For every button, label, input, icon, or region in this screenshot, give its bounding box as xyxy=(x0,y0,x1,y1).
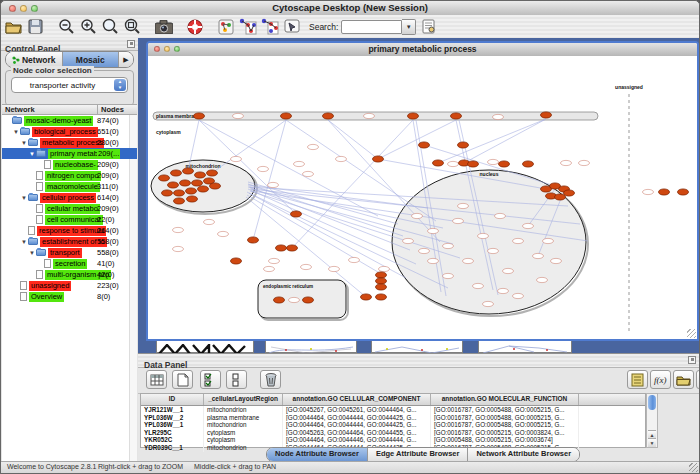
graph-node-label[interactable] xyxy=(173,227,184,232)
graph-node[interactable] xyxy=(210,183,221,189)
graph-node-label[interactable] xyxy=(495,213,506,218)
background-window-fragment[interactable] xyxy=(156,340,254,353)
network-canvas[interactable]: plasma membranecytoplasmmitochondrionnuc… xyxy=(148,56,697,339)
zoom-selected-icon[interactable] xyxy=(101,17,120,36)
tree-row-cellular-metabo[interactable]: cellular metabo209(0) xyxy=(2,203,137,214)
tree-row-nucleobase-[interactable]: nucleobase-209(0) xyxy=(2,159,137,170)
graph-node-label[interactable] xyxy=(473,283,484,288)
graph-node-label[interactable] xyxy=(264,266,275,271)
graph-node[interactable] xyxy=(376,272,387,278)
graph-node[interactable] xyxy=(198,186,209,192)
graph-node[interactable] xyxy=(207,170,218,176)
graph-node-label[interactable] xyxy=(428,258,439,263)
graph-node-label[interactable] xyxy=(561,160,572,165)
graph-node-label[interactable] xyxy=(379,266,390,271)
table-row[interactable]: YJR121W__1mitochondrion[GO:0045267, GO:0… xyxy=(141,406,645,414)
graph-node[interactable] xyxy=(180,180,191,186)
graph-node[interactable] xyxy=(659,189,670,195)
table-row[interactable]: YKR052Ccytoplasm[GO:0044464, GO:0044446,… xyxy=(141,436,645,444)
graph-node[interactable] xyxy=(287,245,298,251)
graph-node-label[interactable] xyxy=(458,203,469,208)
graph-node[interactable] xyxy=(433,160,444,166)
graph-node-label[interactable] xyxy=(349,257,360,262)
graph-node-label[interactable] xyxy=(231,156,242,161)
graph-node[interactable] xyxy=(564,190,575,196)
annotation-icon[interactable] xyxy=(282,17,301,36)
tab-edge-attribute-browser[interactable]: Edge Attribute Browser xyxy=(368,448,468,461)
tree-row-cellular-process[interactable]: ▼cellular process614(0) xyxy=(2,192,137,203)
graph-node[interactable] xyxy=(186,188,197,194)
graph-node-label[interactable] xyxy=(551,258,562,263)
graph-node[interactable] xyxy=(248,237,259,243)
graph-node-label[interactable] xyxy=(336,156,347,161)
graph-node[interactable] xyxy=(194,113,205,119)
column-header-nodes[interactable]: Nodes xyxy=(98,105,124,114)
zoom-in-icon[interactable] xyxy=(79,17,98,36)
graph-node[interactable] xyxy=(523,161,534,167)
graph-node-label[interactable] xyxy=(488,159,499,164)
column-header-network[interactable]: Network xyxy=(2,105,98,114)
graph-edge[interactable] xyxy=(464,119,546,163)
graph-node[interactable] xyxy=(408,113,419,119)
graph-node-label[interactable] xyxy=(428,228,439,233)
disclosure-triangle-icon[interactable]: ▼ xyxy=(28,151,36,157)
view-resize-grip[interactable] xyxy=(687,329,696,338)
graph-node-label[interactable] xyxy=(403,238,414,243)
graph-node-label[interactable] xyxy=(301,264,312,269)
graph-node-label[interactable] xyxy=(488,248,499,253)
graph-edge[interactable] xyxy=(438,119,546,163)
graph-edge[interactable] xyxy=(249,187,410,250)
column-header[interactable]: ID xyxy=(141,394,204,405)
attribute-table-icon[interactable] xyxy=(146,370,167,389)
disclosure-triangle-icon[interactable]: ▼ xyxy=(20,140,28,146)
disclosure-triangle-icon[interactable]: ▼ xyxy=(20,239,28,245)
graph-node-label[interactable] xyxy=(448,161,459,166)
zoom-fit-icon[interactable] xyxy=(123,17,142,36)
tree-row-establishment-of-lo[interactable]: ▼establishment of lo558(0) xyxy=(2,236,137,247)
zoom-out-icon[interactable] xyxy=(57,17,76,36)
graph-node[interactable] xyxy=(376,284,387,290)
graph-node[interactable] xyxy=(192,180,203,186)
background-window-fragment[interactable] xyxy=(371,340,463,353)
table-row[interactable]: YLR295Ccytoplasm[GO:0045263, GO:0044464,… xyxy=(141,429,645,437)
graph-node-label[interactable] xyxy=(218,231,229,236)
graph-node-label[interactable] xyxy=(523,223,534,228)
graph-node[interactable] xyxy=(678,189,689,195)
graph-node-label[interactable] xyxy=(294,161,305,166)
network-window-titlebar[interactable]: primary metabolic process xyxy=(148,43,697,57)
tree-row-biological-process[interactable]: ▼biological_process651(0) xyxy=(2,126,137,137)
table-row[interactable]: YPL036W__2plasma membrane[GO:0044464, GO… xyxy=(141,414,645,422)
tree-row-secretion[interactable]: secretion41(0) xyxy=(2,258,137,269)
import-folder-icon[interactable] xyxy=(673,370,694,389)
tree-row-response-to-stimulu[interactable]: response to stimulu264(0) xyxy=(2,225,137,236)
disclosure-triangle-icon[interactable]: ▼ xyxy=(12,129,20,135)
list-icon[interactable] xyxy=(627,370,648,389)
graph-edge[interactable] xyxy=(248,189,416,264)
graph-node-label[interactable] xyxy=(233,113,244,118)
background-window-fragment[interactable] xyxy=(478,340,572,353)
function-builder-icon[interactable]: f(x) xyxy=(650,370,671,389)
graph-node[interactable] xyxy=(281,113,292,119)
graph-node-label[interactable] xyxy=(443,273,454,278)
graph-node[interactable] xyxy=(373,156,384,162)
graph-node[interactable] xyxy=(187,196,198,202)
graph-node[interactable] xyxy=(468,161,479,167)
table-scrollbar[interactable]: ▲ ▼ xyxy=(646,393,658,448)
graph-node[interactable] xyxy=(159,175,170,181)
graph-node-label[interactable] xyxy=(513,293,524,298)
graph-node-label[interactable] xyxy=(443,243,454,248)
tree-row-primary-metabo[interactable]: ▼primary metabo209(... xyxy=(2,148,137,159)
vizmapper-icon[interactable] xyxy=(216,17,235,36)
tab-node-attribute-browser[interactable]: Node Attribute Browser xyxy=(267,448,368,461)
tree-row-overview[interactable]: Overview8(0) xyxy=(2,291,137,302)
float-panel-icon[interactable] xyxy=(127,40,135,48)
graph-node[interactable] xyxy=(458,142,469,148)
background-window-fragment[interactable] xyxy=(265,340,357,353)
tree-row-macromolecule[interactable]: macromolecule311(0) xyxy=(2,181,137,192)
graph-node-label[interactable] xyxy=(269,258,280,263)
graph-node-label[interactable] xyxy=(579,160,590,165)
graph-node[interactable] xyxy=(231,258,242,264)
graph-node[interactable] xyxy=(274,297,285,303)
graph-node[interactable] xyxy=(162,190,173,196)
tab-overflow-arrow-icon[interactable]: ▶ xyxy=(119,52,133,67)
